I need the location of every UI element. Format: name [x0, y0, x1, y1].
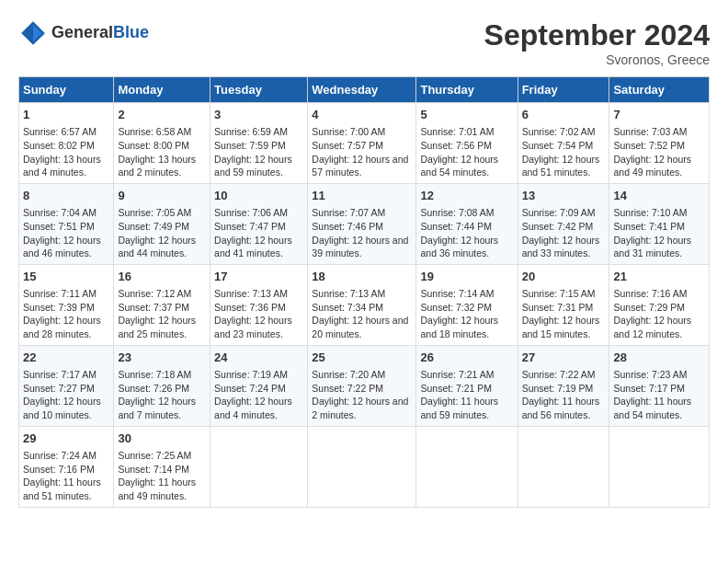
day-number: 18 [312, 269, 412, 285]
table-row [308, 426, 416, 507]
table-row: 5Sunrise: 7:01 AMSunset: 7:56 PMDaylight… [416, 103, 518, 184]
table-row: 17Sunrise: 7:13 AMSunset: 7:36 PMDayligh… [210, 264, 308, 345]
logo-text: GeneralBlue [51, 24, 149, 42]
day-number: 13 [522, 188, 606, 204]
day-number: 17 [214, 269, 303, 285]
table-row: 2Sunrise: 6:58 AMSunset: 8:00 PMDaylight… [114, 103, 210, 184]
week-row-5: 29Sunrise: 7:24 AMSunset: 7:16 PMDayligh… [19, 426, 710, 507]
day-number: 10 [214, 188, 303, 204]
table-row: 1Sunrise: 6:57 AMSunset: 8:02 PMDaylight… [19, 103, 114, 184]
cell-content: Sunrise: 7:21 AMSunset: 7:21 PMDaylight:… [420, 368, 513, 422]
day-number: 19 [420, 269, 513, 285]
cell-content: Sunrise: 7:01 AMSunset: 7:56 PMDaylight:… [420, 125, 513, 179]
day-number: 12 [420, 188, 513, 204]
day-number: 4 [312, 107, 412, 123]
cell-content: Sunrise: 7:07 AMSunset: 7:46 PMDaylight:… [312, 206, 412, 260]
day-number: 5 [420, 107, 513, 123]
table-row: 12Sunrise: 7:08 AMSunset: 7:44 PMDayligh… [416, 183, 518, 264]
day-number: 20 [522, 269, 606, 285]
day-number: 11 [312, 188, 412, 204]
cell-content: Sunrise: 7:22 AMSunset: 7:19 PMDaylight:… [522, 368, 606, 422]
table-row: 21Sunrise: 7:16 AMSunset: 7:29 PMDayligh… [609, 264, 710, 345]
table-row: 19Sunrise: 7:14 AMSunset: 7:32 PMDayligh… [416, 264, 518, 345]
header-row: Sunday Monday Tuesday Wednesday Thursday… [19, 77, 710, 103]
table-row [210, 426, 308, 507]
cell-content: Sunrise: 7:00 AMSunset: 7:57 PMDaylight:… [312, 125, 412, 179]
day-number: 14 [613, 188, 705, 204]
table-row: 26Sunrise: 7:21 AMSunset: 7:21 PMDayligh… [416, 345, 518, 426]
page-header: GeneralBlue September 2024 Svoronos, Gre… [18, 18, 710, 67]
col-wednesday: Wednesday [308, 77, 416, 103]
day-number: 15 [23, 269, 109, 285]
day-number: 7 [613, 107, 705, 123]
table-row: 30Sunrise: 7:25 AMSunset: 7:14 PMDayligh… [114, 426, 210, 507]
day-number: 16 [118, 269, 206, 285]
table-row: 25Sunrise: 7:20 AMSunset: 7:22 PMDayligh… [308, 345, 416, 426]
table-row: 6Sunrise: 7:02 AMSunset: 7:54 PMDaylight… [518, 103, 609, 184]
cell-content: Sunrise: 7:13 AMSunset: 7:34 PMDaylight:… [312, 287, 412, 341]
table-row: 16Sunrise: 7:12 AMSunset: 7:37 PMDayligh… [114, 264, 210, 345]
day-number: 22 [23, 350, 109, 366]
cell-content: Sunrise: 6:58 AMSunset: 8:00 PMDaylight:… [118, 125, 206, 179]
cell-content: Sunrise: 7:17 AMSunset: 7:27 PMDaylight:… [23, 368, 109, 422]
day-number: 27 [522, 350, 606, 366]
day-number: 25 [312, 350, 412, 366]
table-row: 13Sunrise: 7:09 AMSunset: 7:42 PMDayligh… [518, 183, 609, 264]
table-row: 18Sunrise: 7:13 AMSunset: 7:34 PMDayligh… [308, 264, 416, 345]
cell-content: Sunrise: 7:16 AMSunset: 7:29 PMDaylight:… [613, 287, 705, 341]
cell-content: Sunrise: 7:05 AMSunset: 7:49 PMDaylight:… [118, 206, 206, 260]
day-number: 3 [214, 107, 303, 123]
cell-content: Sunrise: 7:06 AMSunset: 7:47 PMDaylight:… [214, 206, 303, 260]
month-title: September 2024 [484, 18, 710, 52]
logo-blue: Blue [113, 23, 149, 41]
table-row [609, 426, 710, 507]
week-row-3: 15Sunrise: 7:11 AMSunset: 7:39 PMDayligh… [19, 264, 710, 345]
day-number: 30 [118, 431, 206, 447]
table-row: 7Sunrise: 7:03 AMSunset: 7:52 PMDaylight… [609, 103, 710, 184]
title-block: September 2024 Svoronos, Greece [484, 18, 710, 67]
logo: GeneralBlue [18, 18, 149, 48]
day-number: 6 [522, 107, 606, 123]
cell-content: Sunrise: 7:15 AMSunset: 7:31 PMDaylight:… [522, 287, 606, 341]
col-monday: Monday [114, 77, 210, 103]
cell-content: Sunrise: 7:08 AMSunset: 7:44 PMDaylight:… [420, 206, 513, 260]
day-number: 23 [118, 350, 206, 366]
table-row: 27Sunrise: 7:22 AMSunset: 7:19 PMDayligh… [518, 345, 609, 426]
table-row: 4Sunrise: 7:00 AMSunset: 7:57 PMDaylight… [308, 103, 416, 184]
cell-content: Sunrise: 6:57 AMSunset: 8:02 PMDaylight:… [23, 125, 109, 179]
day-number: 29 [23, 431, 109, 447]
table-row: 3Sunrise: 6:59 AMSunset: 7:59 PMDaylight… [210, 103, 308, 184]
day-number: 21 [613, 269, 705, 285]
day-number: 2 [118, 107, 206, 123]
cell-content: Sunrise: 7:12 AMSunset: 7:37 PMDaylight:… [118, 287, 206, 341]
cell-content: Sunrise: 7:18 AMSunset: 7:26 PMDaylight:… [118, 368, 206, 422]
cell-content: Sunrise: 7:10 AMSunset: 7:41 PMDaylight:… [613, 206, 705, 260]
week-row-2: 8Sunrise: 7:04 AMSunset: 7:51 PMDaylight… [19, 183, 710, 264]
col-thursday: Thursday [416, 77, 518, 103]
logo-general: General [51, 23, 113, 41]
col-saturday: Saturday [609, 77, 710, 103]
calendar-table: Sunday Monday Tuesday Wednesday Thursday… [18, 76, 710, 508]
cell-content: Sunrise: 7:14 AMSunset: 7:32 PMDaylight:… [420, 287, 513, 341]
table-row: 15Sunrise: 7:11 AMSunset: 7:39 PMDayligh… [19, 264, 114, 345]
cell-content: Sunrise: 7:19 AMSunset: 7:24 PMDaylight:… [214, 368, 303, 422]
cell-content: Sunrise: 7:24 AMSunset: 7:16 PMDaylight:… [23, 449, 109, 503]
table-row: 9Sunrise: 7:05 AMSunset: 7:49 PMDaylight… [114, 183, 210, 264]
day-number: 1 [23, 107, 109, 123]
cell-content: Sunrise: 7:03 AMSunset: 7:52 PMDaylight:… [613, 125, 705, 179]
table-row: 8Sunrise: 7:04 AMSunset: 7:51 PMDaylight… [19, 183, 114, 264]
table-row: 29Sunrise: 7:24 AMSunset: 7:16 PMDayligh… [19, 426, 114, 507]
day-number: 8 [23, 188, 109, 204]
col-friday: Friday [518, 77, 609, 103]
day-number: 26 [420, 350, 513, 366]
cell-content: Sunrise: 7:25 AMSunset: 7:14 PMDaylight:… [118, 449, 206, 503]
cell-content: Sunrise: 7:23 AMSunset: 7:17 PMDaylight:… [613, 368, 705, 422]
table-row [416, 426, 518, 507]
cell-content: Sunrise: 7:02 AMSunset: 7:54 PMDaylight:… [522, 125, 606, 179]
table-row: 24Sunrise: 7:19 AMSunset: 7:24 PMDayligh… [210, 345, 308, 426]
cell-content: Sunrise: 7:04 AMSunset: 7:51 PMDaylight:… [23, 206, 109, 260]
week-row-1: 1Sunrise: 6:57 AMSunset: 8:02 PMDaylight… [19, 103, 710, 184]
table-row: 20Sunrise: 7:15 AMSunset: 7:31 PMDayligh… [518, 264, 609, 345]
location: Svoronos, Greece [484, 52, 710, 67]
day-number: 24 [214, 350, 303, 366]
